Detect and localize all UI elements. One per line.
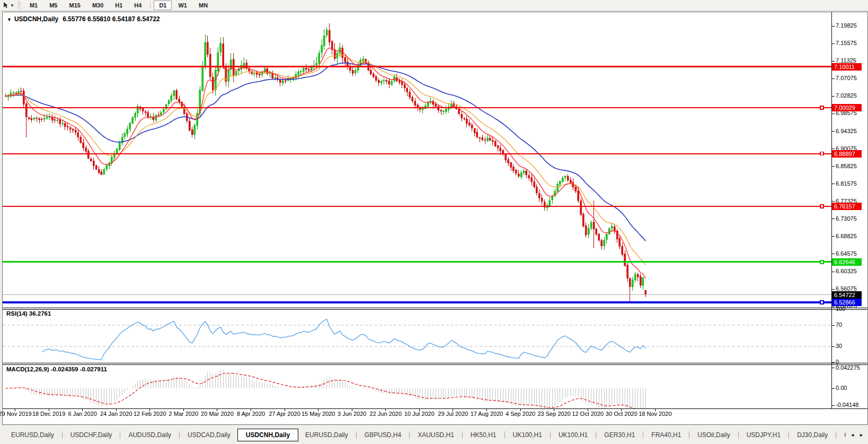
price-badge-6.88897: 6.88897 [832,150,862,158]
rsi-axis-label: 30 [836,343,842,349]
macd-series [6,369,646,412]
date-axis-label: 22 Jun 2020 [370,411,402,417]
date-axis-label: 12 Feb 2020 [134,411,166,417]
tab-scroll-arrows: ◄ ► [846,432,868,438]
date-axis-label: 27 Apr 2020 [269,411,300,417]
moving-averages [6,48,646,278]
timeframe-button-d1[interactable]: D1 [154,1,172,10]
tab-separator [409,431,410,439]
price-badge-7.10011: 7.10011 [832,63,862,71]
price-axis-label: 7.15575 [836,40,857,46]
timeframe-button-mn[interactable]: MN [193,1,213,10]
tab-uk100-h1[interactable]: UK100,H1 [506,429,549,441]
tab-separator [836,431,836,439]
date-axis-label: 17 Aug 2020 [471,411,503,417]
chart-ohlc-values: 6.55776 6.55810 6.54187 6.54722 [63,15,160,23]
timeframe-button-m30[interactable]: M30 [87,1,109,10]
chart-window: ▼USDCNH,Daily6.55776 6.55810 6.54187 6.5… [2,12,868,425]
tab-audusd-daily[interactable]: AUDUSD,Daily [121,429,178,441]
date-axis-label: 29 Nov 2019 [0,411,32,417]
date-axis-label: 15 May 2020 [302,411,335,417]
candles-series [5,23,646,302]
collapse-indicator-icon[interactable]: ▼ [7,17,12,22]
chart-tabs: EURUSD,DailyUSDCHF,DailyAUDUSD,DailyUSDC… [4,428,846,442]
date-axis-label: 6 Jan 2020 [68,411,96,417]
date-axis-label: 4 Sep 2020 [506,411,535,417]
timeframe-button-m15[interactable]: M15 [64,1,85,10]
date-axis-label: 10 Jul 2020 [404,411,435,417]
price-axis-label: 7.02825 [836,92,857,99]
chart-title: ▼USDCNH,Daily6.55776 6.55810 6.54187 6.5… [7,15,160,23]
price-badge-6.76157: 6.76157 [832,203,862,210]
price-badge-7.00029: 7.00029 [832,104,862,111]
price-badge-6.62646: 6.62646 [832,258,862,266]
tab-usoil-daily[interactable]: USOil,Daily [690,429,737,441]
date-axis-label: 18 Dec 2019 [32,411,65,417]
macd-axis-label: 0.00 [836,385,847,391]
date-axis-label: 30 Oct 2020 [606,411,637,417]
level-handle-6.62646[interactable] [820,260,823,264]
tab-separator [462,431,463,439]
tab-ger30-h1[interactable]: GER30,H1 [597,429,642,441]
ma-mid-line [6,55,646,266]
macd-axis-label: 0.042275 [836,364,860,371]
tab-usdcad-daily[interactable]: USDCAD,Daily [181,429,237,441]
tab-uk100-h1[interactable]: UK100,H1 [552,429,595,441]
tab-usdcnh-daily[interactable]: USDCNH,Daily [237,429,298,441]
level-handle-6.52866[interactable] [820,301,823,304]
tab-separator [550,431,551,439]
date-axis-label: 24 Jan 2020 [100,411,132,417]
date-axis-label: 23 Sep 2020 [537,411,570,417]
macd-axis-label: -0.04148 [836,402,858,408]
cursor-tool-dropdown-icon[interactable]: ▼ [10,3,14,8]
timeframe-button-w1[interactable]: W1 [173,1,192,10]
tab-separator [596,431,596,439]
chart-tab-bar: EURUSD,DailyUSDCHF,DailyAUDUSD,DailyUSDC… [0,426,868,444]
tab-eurusd-daily[interactable]: EURUSD,Daily [4,429,61,441]
tab-separator [643,431,643,439]
date-axis-label: 29 Jul 2020 [438,411,468,417]
toolbar-grip[interactable] [18,2,20,9]
level-lines [3,67,831,304]
tab-separator [62,431,63,439]
rsi-indicator-label: RSI(14) 36.2761 [6,310,51,317]
tab-separator [689,431,689,439]
price-axis-label: 6.73075 [836,215,857,222]
price-axis-label: 6.85825 [836,163,857,169]
toolbar: ▼ M1M5M15M30H1H4D1W1MN [0,0,868,11]
level-handle-7.00029[interactable] [820,106,823,109]
date-axis-label: 2 Mar 2020 [169,411,199,417]
tab-separator [789,431,789,439]
chart-symbol-label: USDCNH,Daily [14,15,58,23]
tab-fra40-h1[interactable]: FRA40,H1 [644,429,688,441]
tab-gbpusd-h4[interactable]: GBPUSD,H4 [358,429,408,441]
current-price-badge: 6.54722 [832,291,862,299]
date-axis-label: 18 Nov 2020 [639,411,671,417]
date-axis-label: 20 Mar 2020 [201,411,234,417]
level-handle-6.76157[interactable] [820,205,823,208]
tab-xauusd-h1[interactable]: XAUUSD,H1 [411,429,461,441]
ma-slow-line [6,63,646,241]
date-axis-label: 3 Jun 2020 [338,411,366,417]
tab-usdjpy-h1[interactable]: USDJPY,H1 [740,429,787,441]
cursor-tool-icon[interactable] [2,2,10,9]
tab-dj30-daily[interactable]: DJ30,Daily [790,429,835,441]
tab-scroll-left-icon[interactable]: ◄ [850,432,855,438]
tab-scroll-right-icon[interactable]: ► [859,432,864,438]
tab-eurusd-daily[interactable]: EURUSD,Daily [298,429,355,441]
tab-separator [738,431,739,439]
date-axis-label: 12 Oct 2020 [572,411,604,417]
tab-china300-h1[interactable]: CHINA300,H1 [837,429,846,441]
tab-usdchf-daily[interactable]: USDCHF,Daily [64,429,119,441]
level-handle-6.88897[interactable] [820,152,823,155]
chart-canvas[interactable] [3,12,867,424]
tab-hk50-h1[interactable]: HK50,H1 [464,429,503,441]
timeframe-button-h1[interactable]: H1 [110,1,128,10]
tab-separator [356,431,357,439]
price-axis-label: 6.60325 [836,268,857,274]
tab-separator [504,431,505,439]
timeframe-button-m1[interactable]: M1 [24,1,43,10]
timeframe-button-h4[interactable]: H4 [129,1,147,10]
price-axis-label: 7.19825 [836,22,857,29]
timeframe-button-m5[interactable]: M5 [44,1,63,10]
